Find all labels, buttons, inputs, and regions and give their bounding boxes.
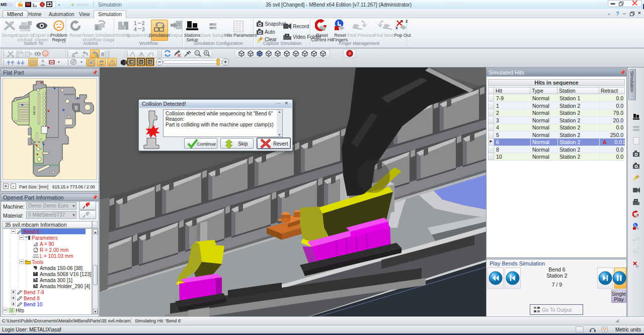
svg-text:4: 4	[134, 27, 137, 31]
svg-text:us: us	[35, 4, 37, 7]
svg-text:F: F	[130, 59, 133, 64]
svg-text:X: X	[395, 26, 398, 30]
svg-text:MCAD: MCAD	[33, 106, 36, 115]
svg-text:Z: Z	[406, 20, 408, 23]
svg-text:↔: ↔	[25, 238, 27, 240]
svg-text:B: B	[139, 59, 143, 64]
svg-text:1: 1	[134, 21, 137, 26]
svg-text:2: 2	[142, 21, 145, 26]
svg-text:P: P	[148, 59, 151, 64]
svg-text:cncKad: cncKad	[20, 29, 30, 32]
svg-text:3: 3	[142, 27, 145, 31]
